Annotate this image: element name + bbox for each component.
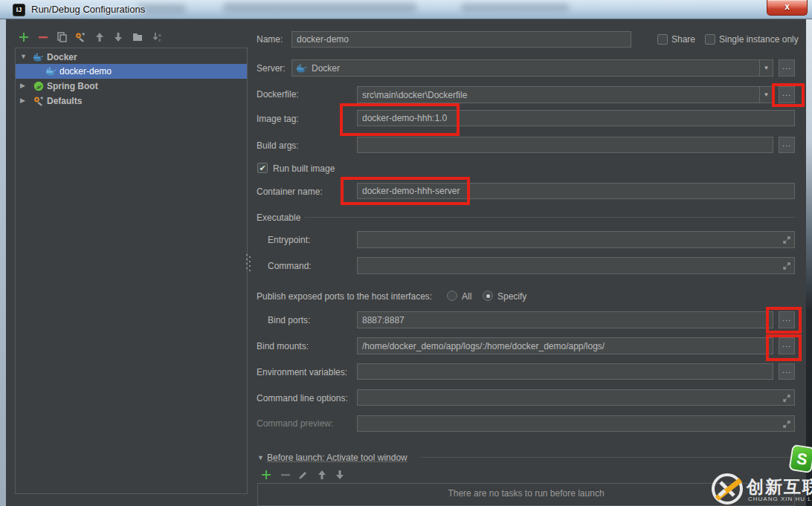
watermark-logo-icon — [709, 471, 745, 506]
build-args-label: Build args: — [257, 140, 299, 151]
watermark-badge-icon: S — [788, 444, 812, 473]
highlight-container-name — [341, 177, 470, 205]
configurations-tree: ▼ Docker docker-demo ▶ Spring Boot ▶ Def… — [15, 48, 248, 494]
splitter-handle[interactable] — [246, 254, 251, 272]
window-border — [806, 19, 812, 506]
publish-specify-radio[interactable] — [483, 291, 493, 301]
share-label: Share — [671, 34, 695, 45]
container-name-label: Container name: — [257, 186, 323, 197]
bind-mounts-label: Bind mounts: — [257, 341, 309, 351]
environment-variables-browse-button[interactable]: ... — [779, 363, 795, 380]
section-divider — [305, 217, 795, 218]
dropdown-arrow-icon[interactable]: ▼ — [759, 60, 773, 76]
server-label: Server: — [257, 63, 286, 74]
highlight-bind-mounts-browse — [766, 334, 802, 361]
build-args-input[interactable] — [357, 137, 773, 153]
command-label: Command: — [268, 261, 312, 271]
run-built-image-label: Run built image — [273, 163, 335, 174]
dropdown-arrow-icon[interactable]: ▼ — [759, 87, 773, 103]
settings-icon — [33, 95, 45, 107]
window-title: Run/Debug Configurations — [31, 4, 145, 15]
tree-item-label: docker-demo — [59, 66, 112, 77]
watermark-sub-text: CHUANG XIN HU LIAN — [748, 496, 812, 502]
tree-item-spring-boot[interactable]: ▶ Spring Boot — [16, 79, 247, 94]
copy-configuration-icon[interactable] — [56, 31, 68, 43]
name-input[interactable] — [291, 31, 631, 48]
chevron-collapsed-icon[interactable]: ▶ — [20, 97, 25, 104]
add-configuration-icon[interactable] — [18, 31, 30, 43]
bind-mounts-input[interactable] — [357, 337, 773, 354]
highlight-image-tag — [340, 103, 460, 136]
environment-variables-input[interactable] — [357, 363, 773, 380]
name-label: Name: — [257, 34, 283, 45]
expand-field-icon[interactable] — [782, 420, 791, 429]
server-value: Docker — [312, 62, 340, 75]
dockerfile-combobox[interactable]: src\main\docker\Dockerfile ▼ — [357, 86, 773, 103]
tree-item-docker-demo[interactable]: docker-demo — [16, 64, 247, 79]
window-border — [0, 19, 6, 506]
command-line-options-input[interactable] — [357, 389, 795, 406]
chevron-collapsed-icon[interactable]: ▶ — [20, 82, 25, 89]
docker-icon — [45, 65, 57, 77]
publish-specify-label: Specify — [497, 291, 526, 302]
docker-icon — [296, 62, 308, 74]
executable-section-label: Executable — [257, 213, 300, 223]
add-task-icon[interactable] — [260, 469, 272, 481]
edit-defaults-icon[interactable] — [74, 31, 86, 43]
server-combobox[interactable]: Docker ▼ — [291, 59, 773, 77]
tree-item-docker[interactable]: ▼ Docker — [16, 50, 247, 65]
sort-alphabetically-icon[interactable]: az — [152, 31, 164, 43]
dockerfile-value: src\main\docker\Dockerfile — [362, 88, 467, 102]
move-task-up-icon[interactable] — [316, 469, 328, 481]
bind-ports-input[interactable] — [357, 311, 773, 328]
expand-field-icon[interactable] — [782, 394, 791, 403]
spring-boot-icon — [33, 80, 45, 92]
highlight-dockerfile-browse — [772, 83, 805, 107]
environment-variables-label: Environment variables: — [257, 367, 347, 377]
edit-task-icon[interactable] — [297, 469, 309, 481]
before-launch-chevron-icon[interactable]: ▼ — [257, 454, 264, 461]
publish-ports-label: Publish exposed ports to the host interf… — [257, 291, 432, 302]
command-preview-label: Command preview: — [257, 418, 333, 429]
background-blur — [461, 4, 569, 12]
share-checkbox[interactable] — [657, 34, 668, 45]
command-line-options-label: Command line options: — [257, 393, 348, 403]
remove-configuration-icon[interactable] — [37, 31, 49, 43]
entrypoint-input[interactable] — [357, 231, 795, 248]
tree-item-defaults[interactable]: ▶ Defaults — [16, 94, 247, 108]
dockerfile-label: Dockerfile: — [257, 89, 299, 100]
publish-all-label: All — [462, 291, 471, 302]
command-input[interactable] — [357, 257, 795, 274]
server-browse-button[interactable]: ... — [779, 59, 795, 77]
run-built-image-checkbox[interactable]: ✔ — [257, 163, 268, 173]
tree-item-label: Spring Boot — [47, 81, 98, 91]
build-args-browse-button[interactable]: ... — [779, 137, 795, 153]
docker-icon — [33, 51, 45, 63]
chevron-expanded-icon[interactable]: ▼ — [20, 53, 27, 60]
window-titlebar[interactable]: IJ Run/Debug Configurations x — [0, 0, 812, 19]
single-instance-label: Single instance only — [719, 34, 799, 45]
move-task-down-icon[interactable] — [334, 469, 346, 481]
expand-field-icon[interactable] — [782, 262, 791, 270]
remove-task-icon[interactable] — [280, 469, 291, 481]
image-tag-label: Image tag: — [257, 114, 299, 124]
background-blur — [223, 3, 416, 13]
app-icon: IJ — [13, 4, 25, 16]
entrypoint-label: Entrypoint: — [268, 235, 310, 245]
svg-text:a: a — [158, 33, 161, 37]
close-button[interactable]: x — [767, 0, 808, 16]
expand-field-icon[interactable] — [782, 236, 791, 244]
tree-item-label: Defaults — [47, 96, 82, 106]
before-launch-title[interactable]: Before launch: Activate tool window — [267, 453, 407, 463]
bind-ports-label: Bind ports: — [268, 315, 310, 325]
single-instance-checkbox[interactable] — [705, 34, 715, 45]
section-divider — [421, 457, 795, 458]
screen: IJ Run/Debug Configurations x az ▼ Docke… — [0, 0, 812, 506]
move-down-icon[interactable] — [112, 31, 124, 43]
publish-all-radio[interactable] — [447, 291, 457, 301]
command-preview-value: /:/home/docker_demo/app/logs/ --name doc… — [357, 415, 795, 432]
svg-text:z: z — [158, 38, 161, 42]
folder-icon[interactable] — [132, 31, 144, 43]
move-up-icon[interactable] — [94, 31, 106, 43]
highlight-bind-ports-browse — [766, 307, 802, 334]
